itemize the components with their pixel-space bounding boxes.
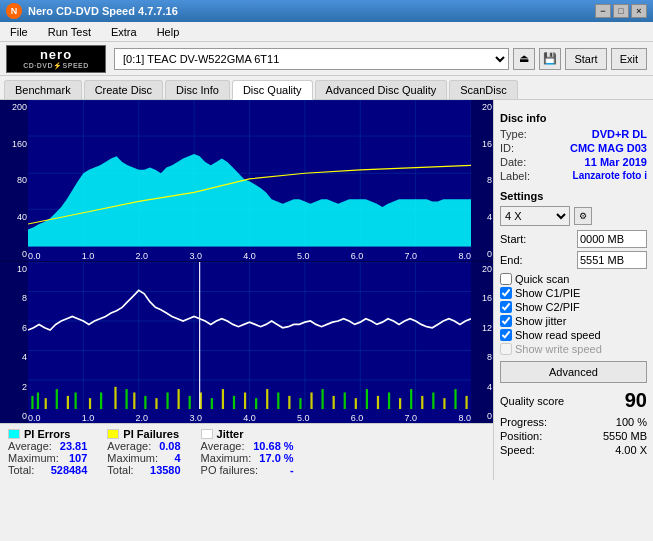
- x-bot-1: 1.0: [82, 413, 95, 423]
- quick-scan-checkbox[interactable]: [500, 273, 512, 285]
- eject-icon-button[interactable]: ⏏: [513, 48, 535, 70]
- stat-jitter: Jitter Average: 10.68 % Maximum: 17.0 % …: [201, 428, 294, 476]
- show-c2-pif-label: Show C2/PIF: [515, 301, 580, 313]
- menu-run-test[interactable]: Run Test: [42, 24, 97, 40]
- x-label-3-0: 3.0: [189, 251, 202, 261]
- tab-benchmark[interactable]: Benchmark: [4, 80, 82, 99]
- pi-errors-max-value: 107: [69, 452, 87, 464]
- id-value: CMC MAG D03: [570, 142, 647, 154]
- svg-rect-27: [31, 395, 33, 409]
- svg-rect-38: [144, 395, 146, 409]
- svg-rect-63: [421, 395, 423, 409]
- y-top-label-160: 160: [1, 139, 27, 149]
- show-jitter-checkbox[interactable]: [500, 315, 512, 327]
- svg-rect-62: [410, 389, 412, 409]
- position-label: Position:: [500, 430, 542, 442]
- menu-help[interactable]: Help: [151, 24, 186, 40]
- show-jitter-label: Show jitter: [515, 315, 566, 327]
- svg-rect-45: [222, 389, 224, 409]
- svg-rect-41: [178, 389, 180, 409]
- stat-pi-failures: PI Failures Average: 0.08 Maximum: 4 Tot…: [107, 428, 180, 476]
- svg-rect-53: [310, 392, 312, 409]
- x-label-2-0: 2.0: [136, 251, 149, 261]
- exit-button[interactable]: Exit: [611, 48, 647, 70]
- pi-failures-max-value: 4: [174, 452, 180, 464]
- maximize-button[interactable]: □: [613, 4, 629, 18]
- jitter-avg-label: Average:: [201, 440, 245, 452]
- chart-pi-errors: 200 160 80 40 0 20 16 8 4 0: [0, 100, 493, 262]
- tab-advanced-disc-quality[interactable]: Advanced Disc Quality: [315, 80, 448, 99]
- show-write-speed-row: Show write speed: [500, 343, 647, 355]
- show-read-speed-checkbox[interactable]: [500, 329, 512, 341]
- svg-rect-64: [432, 392, 434, 409]
- svg-rect-31: [67, 395, 69, 409]
- drive-selector[interactable]: [0:1] TEAC DV-W522GMA 6T11: [114, 48, 509, 70]
- x-axis-bottom: 0.0 1.0 2.0 3.0 4.0 5.0 6.0 7.0 8.0: [28, 413, 471, 423]
- svg-rect-34: [100, 392, 102, 409]
- show-c1-pie-label: Show C1/PIE: [515, 287, 580, 299]
- svg-rect-47: [244, 392, 246, 409]
- chart-area: 200 160 80 40 0 20 16 8 4 0: [0, 100, 493, 423]
- x-bot-3: 3.0: [189, 413, 202, 423]
- tab-create-disc[interactable]: Create Disc: [84, 80, 163, 99]
- show-c1-pie-row: Show C1/PIE: [500, 287, 647, 299]
- svg-rect-39: [155, 398, 157, 409]
- save-icon-button[interactable]: 💾: [539, 48, 561, 70]
- pi-errors-avg-value: 23.81: [60, 440, 88, 452]
- y-top-label-0: 0: [1, 249, 27, 259]
- tab-disc-info[interactable]: Disc Info: [165, 80, 230, 99]
- y-top-label-200: 200: [1, 102, 27, 112]
- svg-rect-28: [37, 392, 39, 409]
- tab-bar: Benchmark Create Disc Disc Info Disc Qua…: [0, 76, 653, 100]
- svg-rect-46: [233, 395, 235, 409]
- date-value: 11 Mar 2019: [585, 156, 647, 168]
- advanced-button[interactable]: Advanced: [500, 361, 647, 383]
- pi-failures-avg-label: Average:: [107, 440, 151, 452]
- id-label: ID:: [500, 142, 514, 154]
- menu-file[interactable]: File: [4, 24, 34, 40]
- svg-rect-61: [399, 398, 401, 409]
- tab-scan-disc[interactable]: ScanDisc: [449, 80, 517, 99]
- pi-failures-color: [107, 429, 119, 439]
- svg-rect-37: [133, 392, 135, 409]
- x-label-5-0: 5.0: [297, 251, 310, 261]
- svg-rect-57: [355, 398, 357, 409]
- svg-rect-35: [114, 386, 116, 409]
- menu-extra[interactable]: Extra: [105, 24, 143, 40]
- pi-errors-total-label: Total:: [8, 464, 34, 476]
- y-bot-label-0-2: 0: [1, 411, 27, 421]
- y-bot-right-20: 20: [472, 264, 492, 274]
- show-c1-pie-checkbox[interactable]: [500, 287, 512, 299]
- show-write-speed-checkbox[interactable]: [500, 343, 512, 355]
- chart-pi-failures: 10 8 6 4 2 0 20 16 12 8 4 0: [0, 262, 493, 424]
- end-mb-input[interactable]: [577, 251, 647, 269]
- y-top-right-label-16: 16: [472, 139, 492, 149]
- jitter-max-label: Maximum:: [201, 452, 252, 464]
- x-label-8-0: 8.0: [458, 251, 471, 261]
- chart-top-svg: [28, 100, 471, 247]
- speed-selector[interactable]: 4 X: [500, 206, 570, 226]
- start-button[interactable]: Start: [565, 48, 606, 70]
- tab-disc-quality[interactable]: Disc Quality: [232, 80, 313, 100]
- toolbar: nero CD·DVD⚡SPEED [0:1] TEAC DV-W522GMA …: [0, 42, 653, 76]
- right-panel: Disc info Type: DVD+R DL ID: CMC MAG D03…: [493, 100, 653, 480]
- quality-score-label: Quality score: [500, 395, 564, 407]
- close-button[interactable]: ×: [631, 4, 647, 18]
- svg-rect-55: [333, 395, 335, 409]
- speed-icon-button[interactable]: ⚙: [574, 207, 592, 225]
- start-mb-input[interactable]: [577, 230, 647, 248]
- y-top-right-label-4: 4: [472, 212, 492, 222]
- y-bot-label-2: 2: [1, 382, 27, 392]
- disc-info-title: Disc info: [500, 112, 647, 124]
- disc-label-label: Label:: [500, 170, 530, 182]
- x-bot-4: 4.0: [243, 413, 256, 423]
- po-failures-label: PO failures:: [201, 464, 258, 476]
- svg-rect-32: [75, 392, 77, 409]
- quick-scan-row: Quick scan: [500, 273, 647, 285]
- jitter-color: [201, 429, 213, 439]
- svg-rect-29: [45, 398, 47, 409]
- show-c2-pif-checkbox[interactable]: [500, 301, 512, 313]
- minimize-button[interactable]: −: [595, 4, 611, 18]
- quality-score-row: Quality score 90: [500, 389, 647, 412]
- svg-rect-40: [166, 392, 168, 409]
